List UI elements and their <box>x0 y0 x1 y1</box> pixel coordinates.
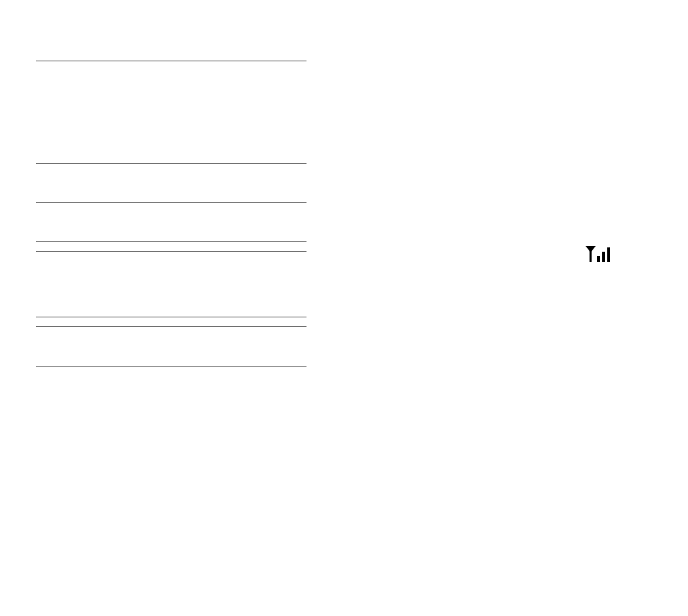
svg-rect-1 <box>602 252 605 262</box>
svg-rect-4 <box>590 251 592 262</box>
horizontal-rule <box>36 163 306 164</box>
horizontal-rule <box>36 202 306 203</box>
horizontal-rule <box>36 61 306 61</box>
horizontal-rule <box>36 366 306 367</box>
horizontal-rule <box>36 326 306 327</box>
horizontal-rule <box>36 317 306 317</box>
signal-bars-icon <box>586 246 610 262</box>
horizontal-rule <box>36 241 306 242</box>
svg-rect-0 <box>597 256 600 262</box>
svg-rect-2 <box>607 247 610 262</box>
horizontal-rule <box>36 251 306 252</box>
